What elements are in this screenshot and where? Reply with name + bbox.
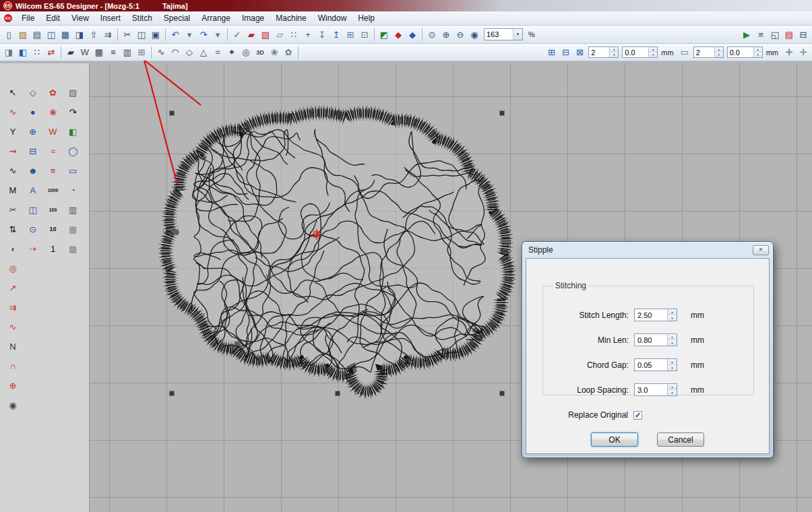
dialog-close-button[interactable]: × (753, 245, 769, 255)
min-len-spinner[interactable]: ▴▾ (634, 333, 677, 346)
show-design-icon[interactable]: ◨ (2, 46, 15, 59)
outline-run-icon[interactable]: ▱ (273, 28, 286, 41)
florentine-effect-icon[interactable]: ✦ (225, 46, 239, 59)
pull-compensation-icon[interactable]: ◠ (168, 46, 182, 59)
spin-up-icon[interactable]: ▴ (668, 359, 677, 365)
menu-machine[interactable]: Machine (270, 12, 311, 24)
freehand-select-tool-icon[interactable]: ∿ (5, 104, 21, 119)
loop-spacing-input[interactable] (635, 384, 667, 395)
zoom-in-icon[interactable]: ⊕ (439, 28, 453, 41)
spin-down-icon[interactable]: ▾ (715, 53, 723, 57)
design-properties-icon[interactable]: ⊟ (797, 28, 810, 41)
select-tool-icon[interactable]: ↖ (5, 85, 21, 100)
grid-toggle-icon[interactable]: ⊞ (344, 28, 357, 41)
program-split-icon[interactable]: ▥ (121, 46, 134, 59)
spin-down-icon[interactable]: ▾ (668, 315, 677, 321)
pan-design-icon[interactable]: ✛ (782, 46, 796, 59)
cut-icon[interactable]: ✂ (121, 28, 134, 41)
zoom-combo[interactable]: ▼ (484, 28, 523, 40)
zigzag-tool-tool-icon[interactable]: ∿ (5, 163, 21, 178)
s-ring-tool-icon[interactable]: ◎ (5, 261, 21, 276)
gradient-fill-icon[interactable]: △ (197, 46, 210, 59)
menu-stitch[interactable]: Stitch (127, 12, 158, 24)
jump-stitch-tool-icon[interactable]: ⇝ (5, 143, 21, 158)
spacing-count-spinner[interactable]: ▴▾ (588, 46, 619, 58)
grid-fill-icon[interactable]: ⊞ (135, 46, 148, 59)
spin-down-icon[interactable]: ▾ (610, 53, 618, 57)
tatami-fill-icon[interactable]: ▨ (259, 28, 272, 41)
wave-effect-icon[interactable]: ≈ (211, 46, 224, 59)
fancy-fill-icon[interactable]: ◇ (183, 46, 196, 59)
menu-file[interactable]: File (16, 12, 40, 24)
stitch-length-spinner[interactable]: ▴▾ (634, 309, 677, 321)
pattern-fill-tool-icon[interactable]: ▩ (65, 241, 81, 256)
menu-arrange[interactable]: Arrange (196, 12, 236, 24)
length-value-input[interactable] (728, 47, 753, 57)
color-film-icon[interactable]: ◆ (392, 28, 405, 41)
zoom-dropdown-icon[interactable]: ▼ (513, 29, 522, 40)
branching-tool-icon[interactable]: Y (5, 124, 21, 139)
reshape-tool-icon[interactable]: ◇ (25, 85, 41, 100)
print-preview-icon[interactable]: ◨ (73, 28, 86, 41)
menu-insert[interactable]: Insert (95, 12, 126, 24)
cross-stitch-icon[interactable]: + (301, 28, 315, 41)
overlap-objects-icon[interactable]: ◩ (377, 28, 391, 41)
stitch-angles-tool-icon[interactable]: ∿ (5, 319, 21, 334)
show-artwork-icon[interactable]: ◧ (16, 46, 30, 59)
spin-up-icon[interactable]: ▴ (649, 47, 657, 53)
dotted-run-tool-icon[interactable]: ⇢ (25, 241, 41, 256)
overview-window-icon[interactable]: ◱ (768, 28, 782, 41)
add-stitch-tool-icon[interactable]: ⊕ (5, 378, 21, 393)
motif-run-tool-icon[interactable]: ≈ (45, 143, 61, 158)
redo-list-icon[interactable]: ▾ (211, 28, 224, 41)
chord-gap-spinner[interactable]: ▴▾ (634, 358, 677, 371)
run-1-tool-icon[interactable]: 1 (45, 241, 61, 256)
run-10-tool-icon[interactable]: 10 (45, 222, 61, 236)
run-1000-tool-icon[interactable]: 1000 (45, 183, 61, 197)
print-icon[interactable]: ▦ (59, 28, 72, 41)
menu-window[interactable]: Window (313, 12, 352, 24)
arc-tool-tool-icon[interactable]: ↷ (65, 104, 81, 119)
center-design-icon[interactable]: ✛ (797, 46, 810, 59)
ok-button[interactable]: OK (591, 433, 638, 447)
open-design-icon[interactable]: ▨ (16, 28, 30, 41)
satin-fill-icon[interactable]: ▰ (245, 28, 258, 41)
zoom-1-1-icon[interactable]: ◉ (468, 28, 481, 41)
manual-stitch-tool-icon[interactable]: ↗ (5, 280, 21, 295)
monogram-tool-icon[interactable]: ◫ (25, 202, 41, 217)
motif-fill-icon[interactable]: ∷ (287, 28, 301, 41)
underlay-effect-icon[interactable]: ∿ (154, 46, 168, 59)
pattern-stamp-tool-icon[interactable]: ▦ (65, 222, 81, 236)
spacing-value-spinner[interactable]: ▴▾ (622, 46, 658, 58)
spin-down-icon[interactable]: ▾ (649, 53, 657, 57)
stitch-target-tool-icon[interactable]: ◉ (5, 397, 21, 412)
zigzag-run-tool-icon[interactable]: W (45, 124, 61, 139)
ripple-effect-icon[interactable]: ◎ (239, 46, 253, 59)
spacing-count-input[interactable] (589, 47, 609, 57)
spin-up-icon[interactable]: ▴ (668, 384, 677, 390)
menu-help[interactable]: Help (352, 12, 380, 24)
menu-edit[interactable]: Edit (40, 12, 65, 24)
spin-down-icon[interactable]: ▾ (668, 390, 677, 395)
stitch-length-input[interactable] (635, 309, 667, 321)
wheel-tool-tool-icon[interactable]: ⊙ (25, 222, 41, 236)
zigzag-stitch-icon[interactable]: W (78, 46, 92, 59)
align-center-grid-icon[interactable]: ⊟ (559, 46, 572, 59)
hoop-layout-tool-icon[interactable]: ⊕ (25, 124, 41, 139)
e-stitch-icon[interactable]: ≡ (106, 46, 120, 59)
copy-icon[interactable]: ◫ (135, 28, 148, 41)
chord-gap-input[interactable] (635, 359, 667, 371)
app-menu-icon[interactable]: ES (4, 14, 12, 22)
menu-view[interactable]: View (66, 12, 94, 24)
zoom-factor-icon[interactable]: ⊙ (425, 28, 439, 41)
stitch-list-icon[interactable]: ≡ (754, 28, 768, 41)
undo-list-icon[interactable]: ▾ (183, 28, 196, 41)
motif-a-icon[interactable]: ❀ (268, 46, 281, 59)
needle-down-icon[interactable]: ↧ (315, 28, 329, 41)
align-left-grid-icon[interactable]: ⊞ (544, 46, 558, 59)
length-count-input[interactable] (694, 47, 714, 57)
paste-icon[interactable]: ▣ (149, 28, 162, 41)
motif-b-icon[interactable]: ✿ (282, 46, 295, 59)
spin-up-icon[interactable]: ▴ (715, 47, 723, 53)
zoom-out-icon[interactable]: ⊖ (454, 28, 467, 41)
